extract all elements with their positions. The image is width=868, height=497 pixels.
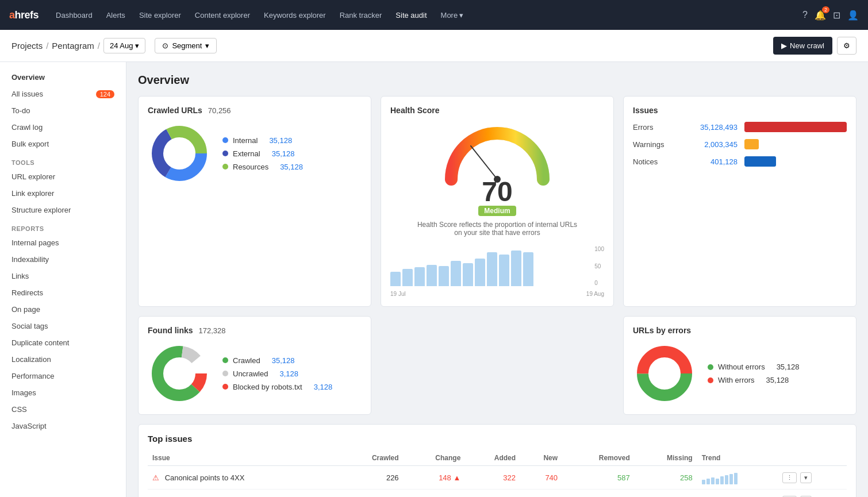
sidebar-item-structure-explorer[interactable]: Structure explorer — [0, 202, 126, 218]
main-content: Overview Crawled URLs 70,256 — [126, 62, 868, 497]
notifications-icon[interactable]: 🔔 2 — [815, 10, 826, 21]
breadcrumb: Projects / Pentagram / 24 Aug ▾ — [11, 38, 145, 53]
sidebar-item-indexability[interactable]: Indexability — [0, 251, 126, 268]
bar-3 — [414, 267, 425, 286]
sidebar-item-todo[interactable]: To-do — [0, 102, 126, 119]
uncrawled-val[interactable]: 3,128 — [279, 369, 298, 378]
blocked-val[interactable]: 3,128 — [314, 383, 333, 391]
warnings-value[interactable]: 2,003,345 — [686, 140, 738, 149]
internal-val[interactable]: 35,128 — [269, 136, 292, 145]
trend-bar — [716, 479, 719, 484]
resources-dot — [222, 164, 228, 169]
nav-more[interactable]: More ▾ — [435, 7, 470, 23]
chevron-down-icon: ▾ — [135, 41, 139, 50]
health-score-description: Health Score reflects the proportion of … — [417, 221, 578, 237]
page-title: Overview — [138, 74, 857, 87]
crawled-urls-donut — [148, 122, 211, 185]
sidebar-item-bulk-export[interactable]: Bulk export — [0, 136, 126, 152]
top-navigation: ahrefs Dashboard Alerts Site explorer Co… — [0, 0, 868, 30]
health-score-center: 70 Medium Health Score reflects the prop… — [390, 122, 604, 297]
user-icon[interactable]: 👤 — [847, 10, 859, 21]
sidebar-item-overview[interactable]: Overview — [0, 69, 126, 86]
settings-button[interactable]: ⚙ — [837, 37, 857, 55]
trend-bar — [720, 476, 724, 484]
top-issues-title: Top issues — [148, 434, 847, 444]
nav-site-audit[interactable]: Site audit — [390, 7, 432, 23]
errors-bar — [744, 122, 847, 132]
bar-6 — [451, 261, 461, 286]
all-issues-badge: 124 — [96, 90, 114, 98]
more-action-button-1[interactable]: ⋮ — [782, 472, 797, 483]
sidebar-item-css[interactable]: CSS — [0, 401, 126, 418]
errors-value[interactable]: 35,128,493 — [686, 123, 738, 132]
top-issues-body: ⚠ Canonical points to 4XX 226 148 ▲ 322 … — [148, 466, 847, 498]
play-icon: ▶ — [781, 41, 787, 50]
crawled-urls-count: 70,256 — [208, 106, 231, 115]
sidebar-item-javascript[interactable]: JavaScript — [0, 418, 126, 434]
project-name[interactable]: Pentagram — [52, 41, 94, 51]
sidebar-item-on-page[interactable]: On page — [0, 301, 126, 318]
errors-label: Errors — [633, 123, 679, 132]
sidebar-item-redirects[interactable]: Redirects — [0, 284, 126, 301]
projects-link[interactable]: Projects — [11, 41, 43, 51]
sidebar-item-url-explorer[interactable]: URL explorer — [0, 168, 126, 185]
sidebar: Overview All issues 124 To-do Crawl log … — [0, 62, 126, 497]
table-row: ⚠ Canonical points to 4XX 226 148 ▲ 322 … — [148, 466, 847, 490]
bar-4 — [427, 265, 437, 286]
trend-bar — [734, 473, 738, 484]
help-icon[interactable]: ? — [802, 10, 808, 20]
chart-x-labels: 19 Jul 19 Aug — [390, 291, 604, 297]
trend-bar — [702, 480, 705, 484]
expand-button-1[interactable]: ▾ — [800, 472, 812, 483]
sidebar-item-links[interactable]: Links — [0, 268, 126, 284]
errors-bar-wrap — [744, 122, 847, 132]
bar-2 — [402, 269, 413, 286]
resources-val[interactable]: 35,128 — [280, 163, 303, 171]
new-crawl-button[interactable]: ▶ New crawl — [773, 37, 832, 55]
chart-y-labels: 100 50 0 — [594, 246, 604, 286]
sidebar-item-link-explorer[interactable]: Link explorer — [0, 185, 126, 202]
nav-dashboard[interactable]: Dashboard — [50, 7, 98, 23]
crawled-val[interactable]: 35,128 — [272, 356, 295, 365]
sidebar-item-localization[interactable]: Localization — [0, 351, 126, 368]
sidebar-item-performance[interactable]: Performance — [0, 368, 126, 384]
segment-button[interactable]: ⊙ Segment ▾ — [155, 38, 217, 53]
display-icon[interactable]: ⊡ — [833, 10, 840, 21]
without-errors-dot — [708, 364, 713, 370]
health-score-chart: 100 50 0 — [390, 246, 604, 286]
missing-1: 258 — [635, 466, 697, 490]
sidebar-item-images[interactable]: Images — [0, 384, 126, 401]
svg-point-12 — [650, 359, 679, 388]
trend-bar — [711, 477, 715, 484]
spacer-middle — [381, 316, 614, 415]
crawled-urls-legend: Internal 35,128 External 35,128 Resource… — [222, 136, 303, 171]
health-score-title: Health Score — [390, 106, 604, 115]
trend-bars-1 — [702, 471, 773, 484]
external-val[interactable]: 35,128 — [272, 149, 295, 158]
date-selector[interactable]: 24 Aug ▾ — [103, 38, 146, 53]
sidebar-item-all-issues[interactable]: All issues 124 — [0, 86, 126, 102]
trend-bars-2 — [702, 494, 773, 497]
chevron-down-icon: ▾ — [459, 11, 463, 20]
legend-internal: Internal 35,128 — [222, 136, 303, 145]
svg-line-4 — [471, 146, 497, 179]
bar-1 — [390, 272, 401, 286]
nav-alerts[interactable]: Alerts — [101, 7, 131, 23]
sidebar-item-duplicate-content[interactable]: Duplicate content — [0, 334, 126, 351]
sidebar-item-social-tags[interactable]: Social tags — [0, 318, 126, 334]
sidebar-item-crawl-log[interactable]: Crawl log — [0, 119, 126, 136]
health-score-card: Health Score — [381, 96, 614, 307]
nav-keywords-explorer[interactable]: Keywords explorer — [258, 7, 332, 23]
segment-label: Segment — [172, 41, 202, 50]
nav-rank-tracker[interactable]: Rank tracker — [334, 7, 388, 23]
found-links-title: Found links 172,328 — [148, 326, 362, 335]
table-row: ⚠ Title tag missing or empty 322 317 ▲ 4… — [148, 490, 847, 498]
nav-site-explorer[interactable]: Site explorer — [133, 7, 187, 23]
found-links-count: 172,328 — [198, 326, 225, 335]
col-crawled: Crawled — [339, 450, 404, 466]
notices-value[interactable]: 401,128 — [686, 157, 738, 166]
bar-10 — [499, 255, 509, 286]
sidebar-item-internal-pages[interactable]: Internal pages — [0, 234, 126, 251]
nav-content-explorer[interactable]: Content explorer — [189, 7, 256, 23]
logo[interactable]: ahrefs — [9, 9, 39, 21]
